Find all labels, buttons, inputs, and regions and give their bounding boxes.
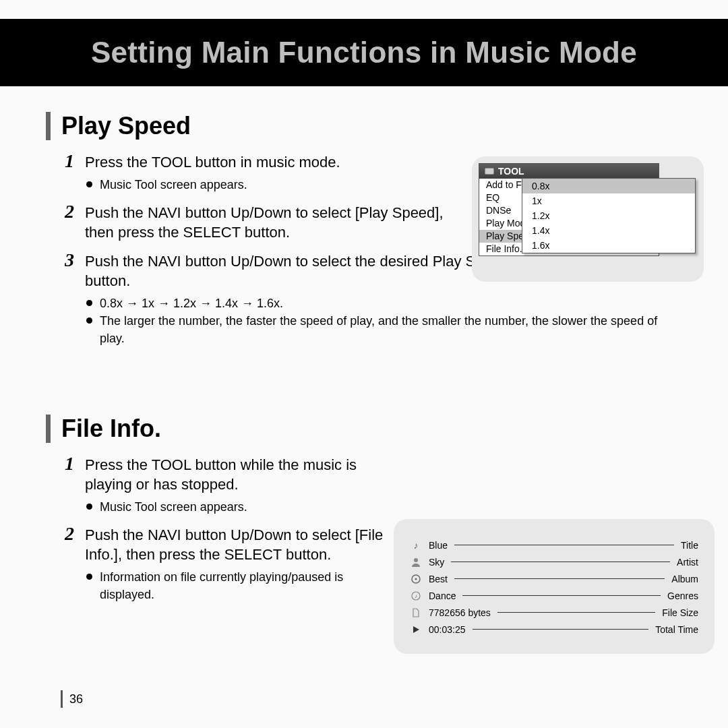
speed-option[interactable]: 1.2x bbox=[522, 208, 695, 223]
step-number: 1 bbox=[65, 455, 77, 473]
figure-tool-menu: TOOL Add to Favorites EQ DNSe Play Mode … bbox=[472, 156, 704, 282]
bullet-item: Information on file currently playing/pa… bbox=[86, 568, 376, 603]
section-bar-icon bbox=[46, 112, 51, 140]
figure-file-info: ♪ Blue Title Sky Artist Best Album ♪ Dan… bbox=[394, 519, 715, 654]
play-icon bbox=[410, 624, 422, 635]
speed-option-selected[interactable]: 0.8x bbox=[522, 179, 695, 193]
info-label: Title bbox=[681, 540, 698, 551]
step-number: 2 bbox=[65, 525, 77, 543]
step-text: Press the TOOL button in music mode. bbox=[85, 152, 340, 172]
bullet-item: The larger the number, the faster the sp… bbox=[86, 312, 673, 347]
bullet-item: 0.8x → 1x → 1.2x → 1.4x → 1.6x. bbox=[86, 295, 673, 312]
section-bar-icon bbox=[46, 415, 51, 443]
speed-option[interactable]: 1.4x bbox=[522, 223, 695, 238]
tool-icon bbox=[485, 168, 494, 175]
note-icon: ♪ bbox=[410, 540, 422, 551]
info-value: Dance bbox=[429, 590, 456, 601]
speed-option[interactable]: 1.6x bbox=[522, 238, 695, 253]
info-value: Best bbox=[429, 574, 448, 584]
svg-point-0 bbox=[414, 558, 418, 562]
leader-line bbox=[451, 562, 670, 562]
page-number: 36 bbox=[61, 690, 83, 708]
section-heading-file-info: File Info. bbox=[46, 415, 682, 443]
info-label: Total Time bbox=[655, 624, 698, 635]
step-text: Press the TOOL button while the music is… bbox=[85, 455, 395, 494]
tool-header-label: TOOL bbox=[498, 166, 524, 177]
step-number: 3 bbox=[65, 251, 77, 269]
info-row-album: Best Album bbox=[410, 570, 698, 587]
section-title: File Info. bbox=[61, 415, 161, 443]
info-value: 7782656 bytes bbox=[429, 607, 491, 618]
svg-point-2 bbox=[415, 578, 417, 580]
file-icon bbox=[410, 607, 422, 618]
bullet-item: Music Tool screen appears. bbox=[86, 498, 673, 516]
info-row-totaltime: 00:03:25 Total Time bbox=[410, 621, 698, 638]
page-number-bar-icon bbox=[61, 690, 63, 708]
info-value: Blue bbox=[429, 540, 448, 551]
info-label: Album bbox=[671, 574, 698, 584]
svg-text:♪: ♪ bbox=[415, 593, 417, 599]
title-bar: Setting Main Functions in Music Mode bbox=[0, 19, 728, 86]
speed-popup: 0.8x 1x 1.2x 1.4x 1.6x bbox=[522, 178, 696, 253]
info-row-title: ♪ Blue Title bbox=[410, 537, 698, 553]
page-title: Setting Main Functions in Music Mode bbox=[91, 36, 637, 69]
info-label: Artist bbox=[677, 557, 698, 568]
step-number: 1 bbox=[65, 152, 77, 170]
info-label: Genres bbox=[667, 590, 698, 601]
info-label: File Size bbox=[662, 607, 698, 618]
step-text: Push the NAVI button Up/Down to select [… bbox=[85, 203, 462, 242]
info-value: 00:03:25 bbox=[429, 624, 466, 635]
leader-line bbox=[497, 612, 655, 613]
leader-line bbox=[462, 595, 661, 596]
info-row-filesize: 7782656 bytes File Size bbox=[410, 604, 698, 621]
leader-line bbox=[454, 578, 665, 579]
page-number-value: 36 bbox=[69, 692, 83, 706]
info-row-artist: Sky Artist bbox=[410, 553, 698, 570]
speed-option[interactable]: 1x bbox=[522, 193, 695, 208]
info-row-genre: ♪ Dance Genres bbox=[410, 587, 698, 604]
step-text: Push the NAVI button Up/Down to select [… bbox=[85, 525, 395, 564]
person-icon bbox=[410, 557, 422, 568]
section-title: Play Speed bbox=[61, 112, 191, 140]
section-heading-play-speed: Play Speed bbox=[46, 112, 682, 140]
disc-icon bbox=[410, 574, 422, 584]
info-value: Sky bbox=[429, 557, 444, 568]
leader-line bbox=[473, 629, 649, 630]
step-number: 2 bbox=[65, 203, 77, 220]
tool-header: TOOL bbox=[479, 164, 659, 179]
genre-icon: ♪ bbox=[410, 590, 422, 601]
leader-line bbox=[454, 545, 674, 545]
